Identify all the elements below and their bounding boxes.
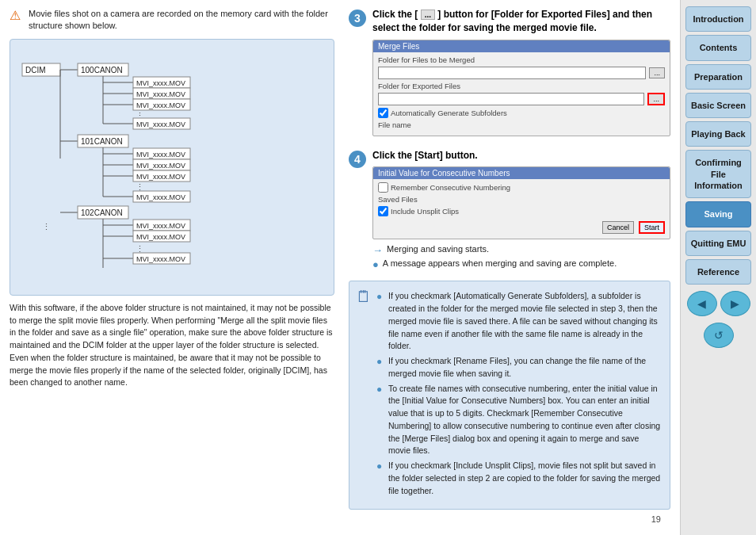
svg-text:MVI_xxxx.MOV: MVI_xxxx.MOV <box>136 151 185 159</box>
svg-text:⋮: ⋮ <box>42 222 51 231</box>
remember-numbering-label: Remember Consecutive Numbering <box>391 183 510 192</box>
include-unsplit-row: Include Unsplit Clips <box>378 206 665 216</box>
sidebar-item-quitting-emu[interactable]: Quitting EMU <box>685 231 751 256</box>
prev-button[interactable]: ◀ <box>687 291 717 316</box>
arrow-text-1: Merging and saving starts. <box>387 244 489 254</box>
svg-line-37 <box>60 159 78 212</box>
step-4-dialog: Initial Value for Consecutive Numbers Re… <box>372 166 670 239</box>
note-bullet-4: ● <box>376 460 384 472</box>
note-text-3: To create file names with consecutive nu… <box>388 383 663 458</box>
sidebar-item-playing-back[interactable]: Playing Back <box>685 121 751 147</box>
svg-text:MVI_xxxx.MOV: MVI_xxxx.MOV <box>136 255 185 263</box>
tree-svg: DCIM 100CANON MVI_xxxx.MOV <box>18 48 319 285</box>
auto-subfolder-checkbox[interactable] <box>378 108 388 118</box>
folder-label-1: Folder for Files to be Merged <box>378 55 665 64</box>
refresh-button[interactable]: ↺ <box>704 323 734 348</box>
auto-subfolder-row: Automatically Generate Subfolders <box>378 108 665 118</box>
svg-text:⋮: ⋮ <box>136 182 144 192</box>
sidebar-item-contents[interactable]: Contents <box>685 35 751 60</box>
note-bullet-2: ● <box>376 356 384 367</box>
step-4-content: Click the [Start] button. Initial Value … <box>372 149 670 273</box>
dialog-3-title: Merge Files <box>373 40 670 52</box>
arrow-icon-1: → <box>372 244 383 256</box>
bullet-icon-2: ● <box>372 258 379 270</box>
arrow-item-1: → Merging and saving starts. <box>372 244 670 256</box>
bottom-text: With this software, if the above folder … <box>10 302 334 389</box>
note-2: ● If you checkmark [Rename Files], you c… <box>376 355 663 380</box>
svg-text:MVI_xxxx.MOV: MVI_xxxx.MOV <box>136 173 185 181</box>
step-3-content: Click the [ ... ] button for [Folder for… <box>372 8 670 141</box>
folder-input-2[interactable] <box>378 93 644 105</box>
svg-text:101CANON: 101CANON <box>81 137 123 146</box>
svg-text:⋮: ⋮ <box>136 244 144 254</box>
arrow-text-2: A message appears when merging and savin… <box>383 258 617 268</box>
note-bullet-1: ● <box>376 291 384 302</box>
svg-text:DCIM: DCIM <box>25 66 46 75</box>
svg-text:MVI_xxxx.MOV: MVI_xxxx.MOV <box>136 222 185 230</box>
svg-text:MVI_xxxx.MOV: MVI_xxxx.MOV <box>136 120 185 128</box>
arrow-item-2: ● A message appears when merging and sav… <box>372 258 670 270</box>
sidebar-item-introduction[interactable]: Introduction <box>685 6 751 32</box>
step-3: 3 Click the [ ... ] button for [Folder f… <box>349 8 670 141</box>
notice-text: Movie files shot on a camera are recorde… <box>29 8 334 32</box>
remember-numbering-row: Remember Consecutive Numbering <box>378 182 665 193</box>
svg-text:MVI_xxxx.MOV: MVI_xxxx.MOV <box>136 193 185 201</box>
cancel-button[interactable]: Cancel <box>602 221 634 234</box>
note-bullet-3: ● <box>376 384 384 395</box>
next-button[interactable]: ▶ <box>720 291 750 316</box>
step-3-dialog: Merge Files Folder for Files to be Merge… <box>372 40 670 136</box>
note-4: ● If you checkmark [Include Unsplit Clip… <box>376 460 663 497</box>
remember-numbering-checkbox[interactable] <box>378 182 388 193</box>
svg-text:MVI_xxxx.MOV: MVI_xxxx.MOV <box>136 162 185 170</box>
sidebar: Introduction Contents Preparation Basic … <box>680 0 756 535</box>
step-4: 4 Click the [Start] button. Initial Valu… <box>349 149 670 273</box>
svg-text:MVI_xxxx.MOV: MVI_xxxx.MOV <box>136 233 185 241</box>
notes-section: 🗒 ● If you checkmark [Automatically Gene… <box>349 281 670 510</box>
step-4-number: 4 <box>349 151 366 168</box>
step-3-number: 3 <box>349 10 366 27</box>
dialog-4-title: Initial Value for Consecutive Numbers <box>373 167 670 179</box>
browse-btn-2[interactable]: ... <box>647 93 665 105</box>
note-text-2: If you checkmark [Rename Files], you can… <box>388 355 663 380</box>
notice-box: ⚠ Movie files shot on a camera are recor… <box>10 8 334 32</box>
saved-files-label: Saved Files <box>378 195 665 204</box>
svg-text:102CANON: 102CANON <box>81 208 123 217</box>
sidebar-nav-row: ◀ ▶ <box>685 291 751 316</box>
sidebar-item-preparation[interactable]: Preparation <box>685 64 751 90</box>
browse-btn-1[interactable]: ... <box>649 67 665 78</box>
note-3: ● To create file names with consecutive … <box>376 383 663 458</box>
svg-text:100CANON: 100CANON <box>81 66 123 75</box>
note-1: ● If you checkmark [Automatically Genera… <box>376 290 663 353</box>
warning-icon: ⚠ <box>10 8 24 23</box>
folder-input-1[interactable] <box>378 67 646 79</box>
folder-diagram: DCIM 100CANON MVI_xxxx.MOV <box>10 39 334 296</box>
sidebar-item-basic-screen[interactable]: Basic Screen <box>685 93 751 118</box>
svg-text:MVI_xxxx.MOV: MVI_xxxx.MOV <box>136 79 185 87</box>
auto-subfolder-label: Automatically Generate Subfolders <box>391 109 507 117</box>
folder-input-row-1: ... <box>378 67 665 79</box>
page-number: 19 <box>10 511 670 527</box>
include-unsplit-checkbox[interactable] <box>378 206 388 216</box>
sidebar-item-saving[interactable]: Saving <box>685 201 751 227</box>
file-name-row: File name <box>378 120 665 129</box>
svg-text:MVI_xxxx.MOV: MVI_xxxx.MOV <box>136 90 185 98</box>
start-button[interactable]: Start <box>639 221 665 234</box>
sidebar-item-reference[interactable]: Reference <box>685 259 751 285</box>
svg-text:MVI_xxxx.MOV: MVI_xxxx.MOV <box>136 101 185 109</box>
note-text-4: If you checkmark [Include Unsplit Clips]… <box>388 460 663 497</box>
step-3-title: Click the [ ... ] button for [Folder for… <box>372 8 670 35</box>
sidebar-item-confirming-file-info[interactable]: Confirming File Information <box>685 150 751 198</box>
notes-icon: 🗒 <box>356 288 372 306</box>
step-4-title: Click the [Start] button. <box>372 149 670 162</box>
folder-input-row-2: ... <box>378 93 665 105</box>
note-text-1: If you checkmark [Automatically Generate… <box>388 290 663 353</box>
folder-label-2: Folder for Exported Files <box>378 82 665 90</box>
include-unsplit-label: Include Unsplit Clips <box>391 207 459 216</box>
